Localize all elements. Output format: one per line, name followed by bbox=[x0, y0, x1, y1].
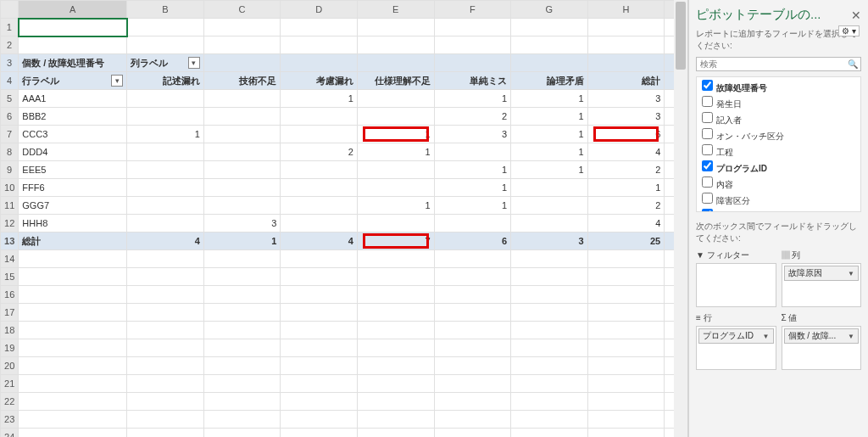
row-header-7[interactable]: 7 bbox=[1, 126, 19, 143]
cell-r11-c2[interactable] bbox=[127, 197, 204, 215]
area-filter-well[interactable] bbox=[696, 263, 776, 307]
row-header-4[interactable]: 4 bbox=[1, 72, 19, 90]
pivot-header-5[interactable]: 論理矛盾 bbox=[511, 72, 588, 90]
cell-r8-c6[interactable] bbox=[434, 143, 511, 161]
pivot-row-7[interactable]: HHH8 bbox=[19, 215, 127, 233]
cell-r7-c4[interactable] bbox=[281, 126, 358, 143]
cell-r6-c3[interactable] bbox=[203, 108, 281, 126]
cell-r9-c3[interactable] bbox=[203, 161, 281, 179]
field-6[interactable]: 内容 bbox=[697, 176, 860, 192]
col-header-D[interactable]: D bbox=[281, 1, 358, 19]
field-checkbox-7[interactable] bbox=[702, 193, 713, 204]
pivot-header-3[interactable]: 仕様理解不足 bbox=[357, 72, 434, 90]
cell-r7-c6[interactable]: 3 bbox=[434, 126, 511, 143]
cell-r5-c4[interactable]: 1 bbox=[281, 90, 358, 108]
row-header-17[interactable]: 17 bbox=[1, 304, 19, 322]
cell-r9-c7[interactable]: 1 bbox=[511, 161, 588, 179]
field-8[interactable]: 故障原因 bbox=[697, 208, 860, 212]
total-3[interactable]: 7 bbox=[357, 233, 434, 250]
cell-r10-c3[interactable] bbox=[203, 179, 281, 197]
row-header-2[interactable]: 2 bbox=[1, 36, 19, 54]
cell-r7-c8[interactable]: 6 bbox=[587, 126, 665, 143]
cell-r5-c8[interactable]: 3 bbox=[587, 90, 665, 108]
pivot-header-4[interactable]: 単純ミス bbox=[434, 72, 511, 90]
row-header-23[interactable]: 23 bbox=[1, 411, 19, 429]
row-header-19[interactable]: 19 bbox=[1, 339, 19, 357]
field-5[interactable]: プログラムID bbox=[697, 160, 860, 176]
pivot-row-2[interactable]: CCC3 bbox=[19, 126, 127, 143]
cell-r5-c5[interactable] bbox=[357, 90, 434, 108]
pivot-row-6[interactable]: GGG7 bbox=[19, 197, 127, 215]
field-4[interactable]: 工程 bbox=[697, 143, 860, 160]
field-7[interactable]: 障害区分 bbox=[697, 192, 860, 208]
cell-r10-c7[interactable] bbox=[511, 179, 588, 197]
col-header-B[interactable]: B bbox=[127, 1, 204, 19]
cell-r9-c5[interactable] bbox=[357, 161, 434, 179]
field-1[interactable]: 発生日 bbox=[697, 95, 860, 111]
cell-r7-c3[interactable] bbox=[203, 126, 281, 143]
field-checkbox-5[interactable] bbox=[702, 160, 713, 171]
cell-r6-c6[interactable]: 2 bbox=[434, 108, 511, 126]
row-header-10[interactable]: 10 bbox=[1, 179, 19, 197]
row-header-6[interactable]: 6 bbox=[1, 108, 19, 126]
pivot-header-1[interactable]: 技術不足 bbox=[203, 72, 281, 90]
cell-r5-c3[interactable] bbox=[203, 90, 281, 108]
col-header-A[interactable]: A bbox=[19, 1, 127, 19]
row-header-15[interactable]: 15 bbox=[1, 268, 19, 286]
cell-A1[interactable] bbox=[19, 19, 127, 36]
row-header-21[interactable]: 21 bbox=[1, 375, 19, 393]
cell-r10-c8[interactable]: 1 bbox=[587, 179, 665, 197]
area-columns-well[interactable]: 故障原因▼ bbox=[782, 263, 862, 307]
chip-rows[interactable]: プログラムID▼ bbox=[698, 328, 774, 344]
row-header-24[interactable]: 24 bbox=[1, 429, 19, 438]
pivot-row-label[interactable]: 行ラベル▾ bbox=[19, 72, 127, 90]
area-rows-well[interactable]: プログラムID▼ bbox=[696, 326, 776, 370]
cell-r12-c3[interactable]: 3 bbox=[203, 215, 281, 233]
pivot-header-2[interactable]: 考慮漏れ bbox=[281, 72, 358, 90]
cell-r8-c3[interactable] bbox=[203, 143, 281, 161]
field-2[interactable]: 記入者 bbox=[697, 111, 860, 127]
cell-r12-c4[interactable] bbox=[281, 215, 358, 233]
col-header-G[interactable]: G bbox=[511, 1, 588, 19]
col-header-E[interactable]: E bbox=[357, 1, 434, 19]
cell-r9-c8[interactable]: 2 bbox=[587, 161, 665, 179]
cell-r10-c6[interactable]: 1 bbox=[434, 179, 511, 197]
field-checkbox-1[interactable] bbox=[702, 96, 713, 107]
cell-r11-c4[interactable] bbox=[281, 197, 358, 215]
pivot-total-label[interactable]: 総計 bbox=[19, 233, 127, 250]
cell-r12-c8[interactable]: 4 bbox=[587, 215, 665, 233]
pivot-row-3[interactable]: DDD4 bbox=[19, 143, 127, 161]
row-header-22[interactable]: 22 bbox=[1, 393, 19, 411]
cell-r12-c2[interactable] bbox=[127, 215, 204, 233]
col-header-C[interactable]: C bbox=[203, 1, 281, 19]
row-header-3[interactable]: 3 bbox=[1, 54, 19, 72]
pivot-col-label[interactable]: 列ラベル▾ bbox=[127, 54, 204, 72]
cell-r8-c5[interactable]: 1 bbox=[357, 143, 434, 161]
row-header-16[interactable]: 16 bbox=[1, 286, 19, 304]
field-search-input[interactable] bbox=[696, 57, 861, 71]
cell-r12-c6[interactable] bbox=[434, 215, 511, 233]
cell-r12-c5[interactable] bbox=[357, 215, 434, 233]
cell-r5-c2[interactable] bbox=[127, 90, 204, 108]
field-0[interactable]: 故障処理番号 bbox=[697, 79, 860, 95]
field-list[interactable]: 故障処理番号発生日記入者オン・バッチ区分工程プログラムID内容障害区分故障原因開… bbox=[696, 76, 861, 212]
cell-r8-c4[interactable]: 2 bbox=[281, 143, 358, 161]
row-header-5[interactable]: 5 bbox=[1, 90, 19, 108]
cell-r11-c8[interactable]: 2 bbox=[587, 197, 665, 215]
total-0[interactable]: 4 bbox=[127, 233, 204, 250]
row-header-14[interactable]: 14 bbox=[1, 250, 19, 268]
cell-r11-c6[interactable]: 1 bbox=[434, 197, 511, 215]
scrollbar-thumb[interactable] bbox=[676, 2, 686, 70]
cell-r8-c7[interactable]: 1 bbox=[511, 143, 588, 161]
cell-r7-c7[interactable]: 1 bbox=[511, 126, 588, 143]
close-icon[interactable]: ✕ bbox=[851, 8, 861, 22]
chip-columns[interactable]: 故障原因▼ bbox=[784, 266, 860, 281]
field-checkbox-4[interactable] bbox=[702, 144, 713, 155]
cell-r11-c5[interactable]: 1 bbox=[357, 197, 434, 215]
row-header-9[interactable]: 9 bbox=[1, 161, 19, 179]
cell-r5-c6[interactable]: 1 bbox=[434, 90, 511, 108]
col-header-F[interactable]: F bbox=[434, 1, 511, 19]
row-header-13[interactable]: 13 bbox=[1, 233, 19, 250]
cell-r6-c5[interactable] bbox=[357, 108, 434, 126]
field-3[interactable]: オン・バッチ区分 bbox=[697, 127, 860, 143]
